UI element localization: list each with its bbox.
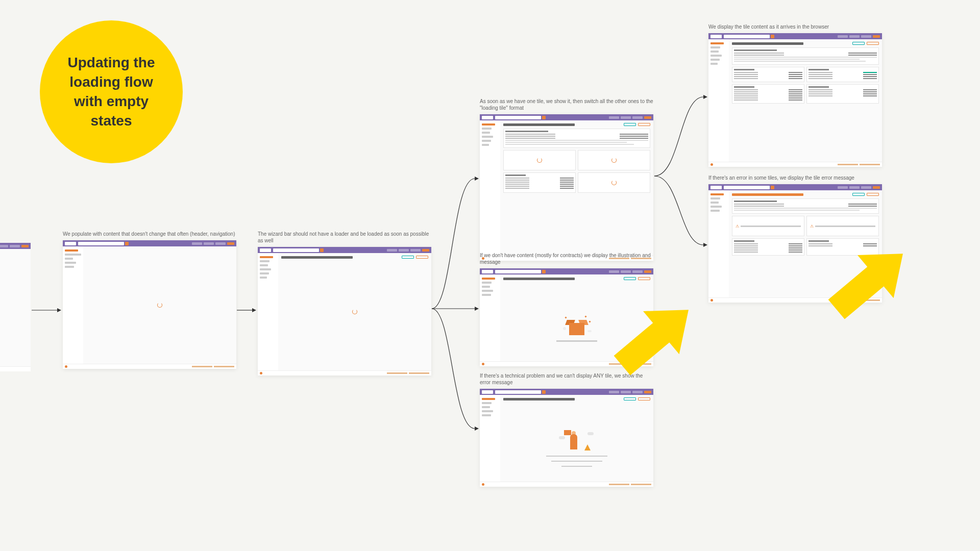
main-area xyxy=(83,246,236,364)
mockup-stage-3a xyxy=(480,114,653,261)
mockup-stage-4a xyxy=(708,33,882,167)
arrow-branch xyxy=(432,163,483,439)
svg-marker-5 xyxy=(703,95,707,99)
tile-characteristics xyxy=(503,172,576,193)
tile-loading xyxy=(578,150,650,170)
svg-marker-2 xyxy=(475,177,479,181)
svg-marker-3 xyxy=(475,307,479,311)
svg-marker-1 xyxy=(252,308,256,312)
svg-marker-4 xyxy=(475,427,479,431)
svg-marker-6 xyxy=(703,243,707,247)
mockup-stage-3c xyxy=(480,389,653,487)
tile-loading xyxy=(578,172,650,193)
top-nav xyxy=(192,242,234,245)
stage-4a-caption: We display the tile content as it arrive… xyxy=(708,23,882,30)
mockup-topbar xyxy=(63,240,236,246)
stage-3b: If we don't have content (mostly for con… xyxy=(480,252,653,366)
stage-1-caption: We populate with content that doesn't ch… xyxy=(63,231,236,237)
loader-spinner xyxy=(157,303,162,308)
mockup-footer xyxy=(63,364,236,369)
stage-3a-caption: As soon as we have one tile, we show it,… xyxy=(480,98,653,111)
warning-triangle-icon xyxy=(584,444,591,450)
tile-error xyxy=(806,216,879,236)
stage-4a: We display the tile content as it arrive… xyxy=(708,23,882,167)
stage-3c: If there's a technical problem and we ca… xyxy=(480,372,653,487)
logo xyxy=(65,242,76,245)
arrow-connector xyxy=(237,305,257,315)
stage-3a: As soon as we have one tile, we show it,… xyxy=(480,98,653,261)
mockup-stage-3b xyxy=(480,268,653,366)
mockup-entry-partial xyxy=(0,243,31,371)
error-person-icon xyxy=(559,427,595,453)
svg-marker-0 xyxy=(57,308,61,312)
title-circle: Updating the loading flow with empty sta… xyxy=(40,20,183,163)
arrow-connector xyxy=(32,305,62,315)
tile-loaded xyxy=(503,129,650,148)
empty-state-illustration xyxy=(503,283,650,365)
stage-4b: If there's an error in some tiles, we di… xyxy=(708,174,882,303)
mockup-stage-2 xyxy=(258,247,431,375)
sidebar xyxy=(63,246,83,364)
stage-1: We populate with content that doesn't ch… xyxy=(63,231,236,369)
stage-3b-caption: If we don't have content (mostly for con… xyxy=(480,252,653,265)
stage-4b-caption: If there's an error in some tiles, we di… xyxy=(708,174,882,181)
stage-2: The wizard bar should not have a loader … xyxy=(258,231,431,375)
loader-spinner xyxy=(352,309,357,314)
search-bar xyxy=(78,242,124,245)
stage-2-caption: The wizard bar should not have a loader … xyxy=(258,231,431,244)
error-state-illustration xyxy=(503,403,650,486)
empty-box-icon xyxy=(564,317,590,337)
tile-loading xyxy=(503,150,576,170)
arrow-branch-2 xyxy=(654,87,710,255)
diagram-title: Updating the loading flow with empty sta… xyxy=(55,53,167,130)
stage-3c-caption: If there's a technical problem and we ca… xyxy=(480,372,653,386)
tile-error xyxy=(732,216,804,236)
mockup-stage-4b xyxy=(708,184,882,303)
mockup-stage-1 xyxy=(63,240,236,369)
